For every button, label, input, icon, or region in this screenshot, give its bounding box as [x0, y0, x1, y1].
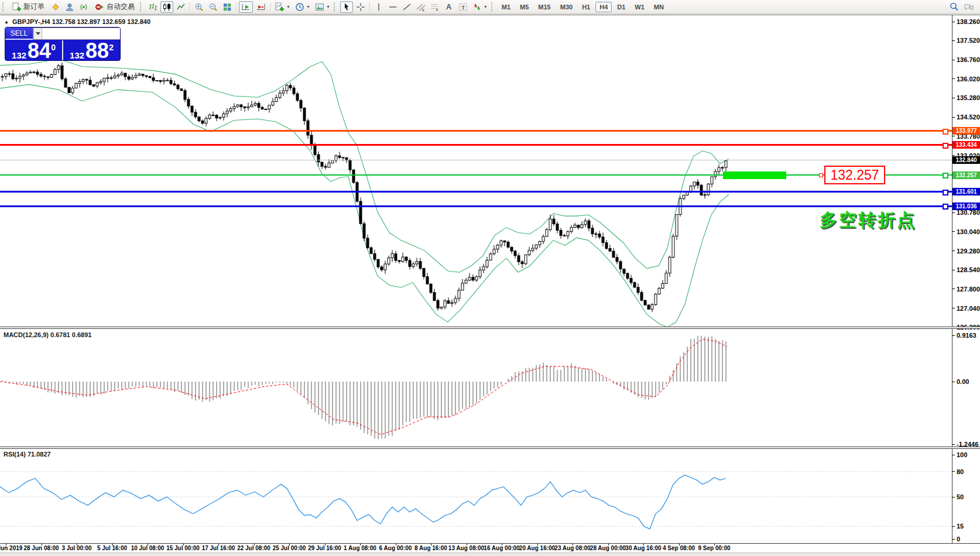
price-tick-label: 130.040: [957, 229, 980, 235]
price-level-line-132.257[interactable]: [0, 174, 952, 176]
metaquotes-button[interactable]: [49, 1, 62, 13]
volume-input[interactable]: [42, 28, 121, 39]
sell-price[interactable]: 132840: [5, 40, 62, 61]
toolbar-separator: [369, 2, 370, 12]
zoom-in-button[interactable]: [193, 1, 205, 13]
timeframe-m5-button[interactable]: M5: [516, 2, 533, 12]
rsi-label: RSI(14) 71.0827: [4, 451, 51, 458]
chat-button[interactable]: [962, 1, 976, 13]
symbol-ohlc-text: GBPJPY-,H4 132.758 132.897 132.659 132.8…: [12, 18, 150, 25]
timeframe-m30-button[interactable]: M30: [556, 2, 577, 12]
pane-separator[interactable]: [0, 447, 980, 449]
time-axis-border: [0, 543, 980, 544]
arrows-button[interactable]: ▼: [471, 1, 489, 13]
price-tick-mark: [952, 22, 955, 22]
rsi-tick-mark: [952, 497, 955, 497]
auto-trading-button[interactable]: 自动交易: [91, 1, 138, 13]
buy-price-prefix: 132: [70, 51, 84, 60]
periods-button[interactable]: ▼: [293, 1, 312, 13]
rsi-indicator-pane[interactable]: [0, 449, 952, 543]
tile-windows-button[interactable]: [221, 1, 234, 13]
chevron-down-icon: ▼: [326, 5, 330, 9]
cursor-button[interactable]: [340, 1, 353, 13]
sell-price-sup: 0: [51, 43, 56, 52]
timeframe-h4-button[interactable]: H4: [595, 2, 612, 12]
timeframe-w1-button[interactable]: W1: [631, 2, 649, 12]
timeframe-mn-button[interactable]: MN: [650, 2, 668, 12]
text-label-icon: T: [458, 2, 468, 12]
trendline-button[interactable]: [400, 1, 413, 13]
chart-shift-button[interactable]: [254, 1, 268, 13]
equidistant-channel-icon: E: [416, 2, 426, 12]
chat-icon: [964, 2, 974, 12]
candlestick-chart-button[interactable]: [160, 1, 173, 13]
price-level-line-133.434[interactable]: [0, 144, 952, 146]
chart-shift-icon: [256, 2, 266, 12]
price-level-line-131.036[interactable]: [0, 205, 952, 207]
timeframe-m15-button[interactable]: M15: [534, 2, 554, 12]
price-tick-mark: [952, 289, 955, 289]
rsi-tick-label: 100: [957, 452, 967, 458]
timeframe-h1-button[interactable]: H1: [578, 2, 594, 12]
buy-price[interactable]: 132882: [63, 40, 120, 61]
indicators-button[interactable]: ▼: [273, 1, 292, 13]
zoom-out-button[interactable]: [207, 1, 220, 13]
one-click-trading-panel: SELL BUY 132840 132882: [5, 27, 121, 61]
vertical-line-button[interactable]: [372, 1, 385, 13]
price-tick-label: 134.520: [957, 114, 980, 121]
price-badge-131.036: 131.036: [952, 203, 980, 210]
one-click-controls: SELL BUY: [5, 28, 120, 40]
price-callout[interactable]: 132.257: [824, 166, 885, 184]
price-badge-133.434: 133.434: [952, 141, 980, 149]
macd-indicator-pane[interactable]: [0, 329, 952, 447]
price-level-line-133.977[interactable]: [0, 130, 952, 132]
price-tick-label: 130.780: [957, 210, 980, 216]
line-chart-button[interactable]: [174, 1, 187, 13]
price-tick-label: 129.280: [957, 248, 980, 255]
cn-annotation[interactable]: 多空转折点: [820, 208, 916, 232]
price-tick-label: 137.520: [957, 37, 980, 44]
price-badge-131.601: 131.601: [952, 188, 980, 195]
price-tick-mark: [952, 231, 955, 232]
highlight-zone[interactable]: [723, 171, 786, 179]
auto-scroll-button[interactable]: [239, 1, 253, 13]
profile-button[interactable]: [63, 1, 76, 13]
macd-tick-label: 0.00: [957, 379, 969, 385]
price-tick-mark: [952, 117, 955, 118]
search-button[interactable]: [947, 1, 961, 13]
templates-button[interactable]: ▼: [313, 1, 332, 13]
price-tick-mark: [952, 98, 955, 98]
price-level-line-132.840[interactable]: [0, 160, 952, 160]
text-label-button[interactable]: T: [457, 1, 470, 13]
line-end-marker: [943, 173, 948, 179]
collapse-panel-icon[interactable]: ▲: [4, 19, 9, 25]
crosshair-button[interactable]: [354, 1, 367, 13]
buy-price-sup: 2: [109, 43, 114, 52]
sell-button[interactable]: SELL: [5, 28, 33, 40]
pane-separator[interactable]: [0, 327, 980, 329]
price-tick-label: 128.540: [957, 267, 980, 273]
chevron-down-icon: ▼: [484, 5, 488, 9]
toolbar-separator: [236, 2, 237, 12]
volume-decrease-button[interactable]: [33, 28, 42, 39]
horizontal-line-button[interactable]: [386, 1, 399, 13]
bar-chart-button[interactable]: [146, 1, 159, 13]
chevron-down-icon: ▼: [286, 5, 290, 9]
broadcast-button[interactable]: [77, 1, 90, 13]
price-badge-132.257: 132.257: [952, 171, 980, 179]
new-order-button[interactable]: 新订单: [9, 1, 48, 13]
timeframe-m1-button[interactable]: M1: [498, 2, 515, 12]
metaquotes-icon: [51, 2, 60, 12]
fibonacci-button[interactable]: F: [429, 1, 441, 13]
toolbar-grip: [491, 2, 495, 12]
main-price-chart[interactable]: [0, 15, 952, 327]
rsi-tick-label: 0: [957, 536, 960, 543]
toolbar-grip: [334, 2, 337, 12]
equidistant-channel-button[interactable]: E: [414, 1, 427, 13]
symbol-bar: ▲ GBPJPY-,H4 132.758 132.897 132.659 132…: [4, 18, 150, 25]
new-order-icon: [12, 2, 21, 11]
line-end-marker: [943, 143, 948, 149]
text-button[interactable]: A: [443, 1, 455, 13]
timeframe-d1-button[interactable]: D1: [613, 2, 629, 12]
price-level-line-131.601[interactable]: [0, 191, 952, 193]
